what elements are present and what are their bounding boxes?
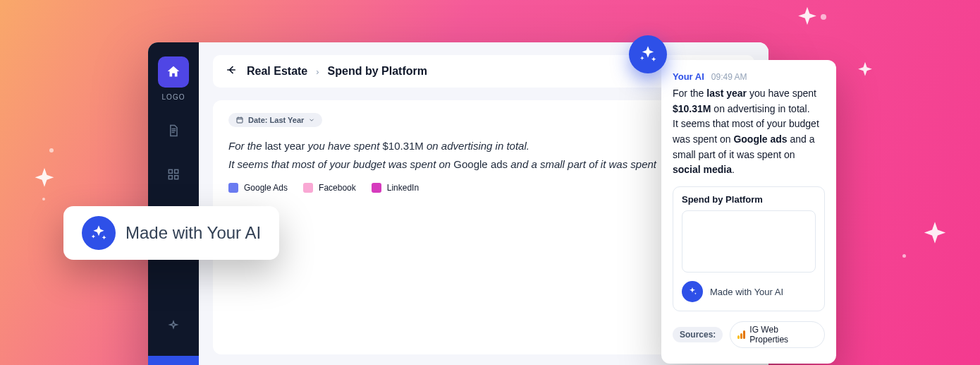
svg-rect-3 [175,176,178,179]
chevron-right-icon: › [316,66,319,77]
breadcrumb-root[interactable]: Real Estate [247,65,307,78]
sparkle-icon [853,60,877,84]
chat-message: For the last year you have spent $10.31M… [673,86,825,178]
svg-rect-2 [169,176,172,179]
chat-panel: Your AI 09:49 AM For the last year you h… [661,60,836,364]
dot-icon [42,198,45,201]
legend-item-facebook: Facebook [303,183,356,193]
nav-apps-icon[interactable] [158,160,189,189]
breadcrumb-leaf: Spend by Platform [328,65,427,78]
mini-chart-frame [682,210,816,273]
mini-made-row: Made with Your AI [682,281,816,302]
legend-item-google: Google Ads [228,183,288,193]
logo-label: LOGO [162,93,185,101]
sparkle-icon [792,4,823,35]
sources-label: Sources: [673,327,723,342]
nav-sparkle-icon[interactable] [158,312,189,340]
ai-badge-icon [682,281,703,302]
date-filter-label: Date: Last Year [248,116,304,124]
nav-documents-icon[interactable] [158,116,189,145]
sidebar: LOGO [148,42,199,365]
dot-icon [49,148,54,152]
ai-badge-icon [629,35,667,73]
mini-stacked-bar-chart [690,218,808,266]
made-with-label: Made with Your AI [125,223,261,243]
sparkle-icon [28,165,61,198]
svg-rect-0 [169,169,172,173]
ai-badge-icon [82,216,116,250]
svg-rect-6 [237,118,243,124]
svg-rect-1 [175,169,178,173]
dot-icon [821,14,826,20]
logo[interactable] [158,56,189,88]
source-chip[interactable]: IG Web Properties [730,321,825,348]
sparkle-icon [917,219,953,256]
mini-made-label: Made with Your AI [710,287,783,297]
chat-author: Your AI [673,71,704,82]
source-chip-label: IG Web Properties [749,325,817,345]
analytics-icon [737,330,745,339]
chevron-down-icon [308,116,315,124]
stage: { "sidebar": { "logo_label": "LOGO" }, "… [0,0,980,365]
back-button[interactable] [224,63,238,80]
dot-icon [902,254,906,258]
date-filter-chip[interactable]: Date: Last Year [228,113,322,127]
chat-header: Your AI 09:49 AM [673,71,825,82]
sources-row: Sources: IG Web Properties [673,321,825,348]
mini-chart-title: Spend by Platform [682,194,816,205]
legend-item-linkedin: LinkedIn [372,183,419,193]
made-with-pill: Made with Your AI [63,206,279,260]
chat-timestamp: 09:49 AM [711,72,747,82]
nav-analytics-icon[interactable] [148,356,199,365]
mini-chart-card: Spend by Platform Made with Your AI [673,186,825,311]
